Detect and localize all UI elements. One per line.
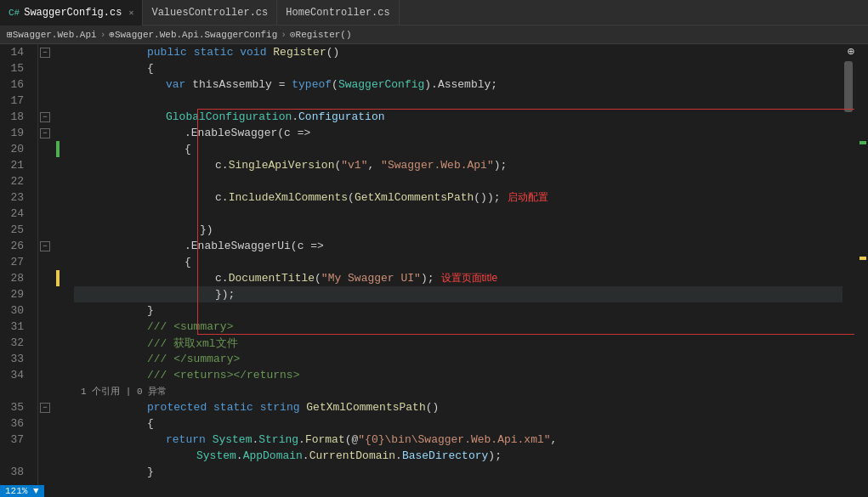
code-content: public static void Register() { var this… (65, 44, 842, 497)
code-line-29: }); (74, 286, 842, 302)
scrollbar-vertical[interactable] (842, 44, 854, 497)
code-line-14: public static void Register() (74, 44, 842, 60)
breadcrumb-method: Register() (296, 30, 352, 40)
collapse-indicators: − − − − (38, 44, 54, 497)
code-line-21: c.SingleApiVersion("v1", "Swagger.Web.Ap… (74, 157, 842, 173)
tab-close-swaggerconfig[interactable]: ✕ (128, 8, 133, 18)
expand-button[interactable]: ⊕ (848, 44, 854, 59)
collapse-button-19[interactable]: − (40, 128, 50, 138)
code-line-16: var thisAssembly = typeof(SwaggerConfig)… (74, 76, 842, 93)
zoom-icon: ▼ (33, 486, 39, 496)
annotation-28: 设置页面title (441, 271, 498, 285)
code-area[interactable]: public static void Register() { var this… (65, 44, 854, 497)
code-line-34: /// <returns></returns> (74, 367, 842, 383)
collapse-button-26[interactable]: − (40, 241, 50, 251)
code-line-35: protected static string GetXmlCommentsPa… (74, 399, 842, 415)
collapse-button-14[interactable]: − (40, 48, 50, 58)
code-line-38: } (74, 464, 842, 480)
zoom-level: 121% (5, 486, 27, 496)
tab-label-valuescontroller: ValuesController.cs (151, 7, 268, 19)
code-line-23: c.IncludeXmlComments(GetXmlCommentsPath(… (74, 189, 842, 206)
tab-label-homecontroller: HomeController.cs (286, 7, 389, 19)
annotation-23: 启动配置 (508, 190, 548, 205)
minimap (854, 44, 868, 497)
zoom-bar[interactable]: 121% ▼ (0, 485, 44, 497)
code-line-37b: System.AppDomain.CurrentDomain.BaseDirec… (74, 448, 842, 464)
collapse-button-18[interactable]: − (40, 112, 50, 122)
breadcrumb-bar: ⊞ Swagger.Web.Api › ⊕ Swagger.Web.Api.Sw… (0, 25, 868, 44)
tab-valuescontroller[interactable]: ValuesController.cs (143, 0, 277, 25)
editor: 14 15 16 17 18 19 20 21 22 23 24 25 26 2… (0, 44, 868, 497)
change-indicators (54, 44, 65, 497)
line-numbers: 14 15 16 17 18 19 20 21 22 23 24 25 26 2… (0, 44, 38, 497)
collapse-button-35[interactable]: − (40, 403, 50, 413)
tab-label-swaggerconfig: SwaggerConfig.cs (24, 7, 122, 19)
breadcrumb-project[interactable]: ⊞ (7, 29, 13, 40)
breadcrumb-project-label: Swagger.Web.Api (13, 30, 97, 40)
tab-homecontroller[interactable]: HomeController.cs (277, 0, 399, 25)
title-bar: C# SwaggerConfig.cs ✕ ValuesController.c… (0, 0, 868, 25)
tab-swaggerconfig[interactable]: C# SwaggerConfig.cs ✕ (0, 0, 143, 25)
cs-icon: C# (9, 8, 20, 18)
breadcrumb-namespace: Swagger.Web.Api.SwaggerConfig (115, 30, 277, 40)
